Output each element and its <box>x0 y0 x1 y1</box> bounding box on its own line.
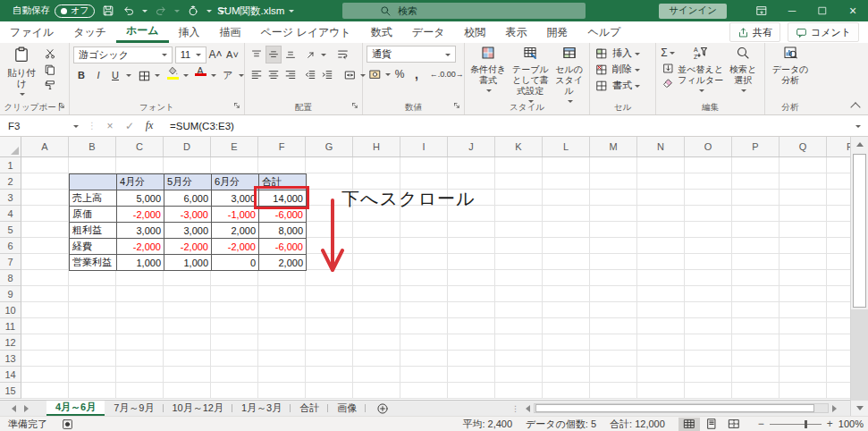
page-layout-view-icon[interactable] <box>701 418 722 431</box>
new-sheet-button[interactable] <box>376 401 389 416</box>
scroll-right-icon[interactable] <box>832 405 840 412</box>
table-cell[interactable]: -1,000 <box>212 207 259 223</box>
autosum-button[interactable]: Σ <box>660 46 676 60</box>
increase-indent-icon[interactable] <box>319 66 335 84</box>
table-cell[interactable]: -2,000 <box>212 239 259 255</box>
scroll-down-icon[interactable] <box>851 401 868 416</box>
table-cell[interactable]: 0 <box>212 255 259 271</box>
table-cell[interactable]: 3,000 <box>164 223 212 239</box>
ribbon-tab-表示[interactable]: 表示 <box>495 21 536 43</box>
table-row-label[interactable]: 原価 <box>70 207 117 223</box>
ribbon-tab-開発[interactable]: 開発 <box>536 21 577 43</box>
grow-font-button[interactable]: A˄ <box>207 46 223 63</box>
table-cell[interactable]: 1,000 <box>117 255 164 271</box>
vertical-scroll-thumb[interactable] <box>853 154 866 308</box>
scroll-up-icon[interactable] <box>851 137 868 152</box>
row-header-11[interactable]: 11 <box>0 318 21 334</box>
name-box[interactable]: F3 <box>0 115 84 136</box>
column-header-L[interactable]: L <box>543 137 590 156</box>
insert-cells-icon[interactable] <box>594 46 610 61</box>
table-cell[interactable]: 6,000 <box>164 190 212 207</box>
zoom-in-button[interactable]: + <box>827 418 833 430</box>
ribbon-display-options-icon[interactable] <box>746 0 777 21</box>
wrap-text-icon[interactable] <box>334 46 350 63</box>
table-header-cell[interactable]: 5月分 <box>164 174 212 190</box>
insert-function-icon[interactable]: fx <box>139 119 159 132</box>
zoom-out-button[interactable]: − <box>758 418 764 430</box>
align-bottom-icon[interactable] <box>282 46 299 63</box>
normal-view-icon[interactable] <box>678 418 700 431</box>
borders-icon[interactable] <box>136 66 152 84</box>
sort-filter-button[interactable]: AZ 並べ替えとフィルター <box>678 46 723 93</box>
accounting-format-icon[interactable] <box>367 65 383 83</box>
phonetic-button[interactable]: ア <box>220 66 236 84</box>
close-button[interactable]: × <box>838 0 868 21</box>
sheet-tab-合計[interactable]: 合計 <box>291 401 328 416</box>
paste-button[interactable]: 貼り付け <box>4 46 39 97</box>
zoom-slider-thumb[interactable] <box>805 420 807 428</box>
fill-color-button[interactable] <box>164 66 181 84</box>
ribbon-tab-挿入[interactable]: 挿入 <box>169 21 210 43</box>
table-cell[interactable]: -6,000 <box>259 239 307 255</box>
row-header-8[interactable]: 8 <box>0 270 21 286</box>
table-cell[interactable]: -2,000 <box>117 239 164 255</box>
sheet-tab-画像[interactable]: 画像 <box>328 401 366 416</box>
row-header-1[interactable]: 1 <box>0 157 21 173</box>
zoom-level[interactable]: 100% <box>839 418 864 429</box>
comments-button[interactable]: コメント <box>788 22 859 42</box>
row-header-5[interactable]: 5 <box>0 222 21 238</box>
column-header-N[interactable]: N <box>637 137 685 156</box>
format-as-table-button[interactable]: テーブルとして書式設定 <box>508 46 552 104</box>
font-name-combo[interactable]: 游ゴシック <box>73 46 173 63</box>
table-header-cell[interactable]: 6月分 <box>212 174 259 190</box>
number-format-combo[interactable]: 通貨 <box>367 46 456 63</box>
ribbon-tab-数式[interactable]: 数式 <box>361 21 402 43</box>
comma-style-button[interactable]: , <box>409 65 425 83</box>
autosave-toggle[interactable]: 自動保存 オフ <box>13 4 95 18</box>
column-header-D[interactable]: D <box>164 137 211 156</box>
cancel-formula-icon[interactable]: × <box>100 120 120 132</box>
table-row-label[interactable]: 営業利益 <box>70 255 117 271</box>
decrease-indent-icon[interactable] <box>302 66 318 84</box>
next-sheet-icon[interactable] <box>24 405 32 412</box>
select-all-corner[interactable] <box>0 137 21 157</box>
column-header-J[interactable]: J <box>448 137 495 156</box>
column-header-A[interactable]: A <box>21 137 69 156</box>
undo-icon[interactable] <box>122 3 136 19</box>
vertical-scrollbar[interactable] <box>850 137 868 416</box>
table-cell[interactable]: 3,000 <box>212 190 259 207</box>
sheet-tab-1月～3月[interactable]: 1月～3月 <box>232 401 291 416</box>
table-header-cell[interactable] <box>70 174 117 190</box>
sheet-tab-4月～6月[interactable]: 4月～6月 <box>46 401 105 416</box>
maximize-button[interactable] <box>807 0 838 21</box>
clipboard-dialog-launcher-icon[interactable] <box>58 102 67 113</box>
number-dialog-launcher-icon[interactable] <box>453 102 462 113</box>
delete-cells-icon[interactable] <box>594 62 610 77</box>
increase-decimal-button[interactable]: ←.0 <box>429 65 445 83</box>
row-header-13[interactable]: 13 <box>0 351 21 367</box>
analyze-data-button[interactable]: データの分析 <box>770 46 811 86</box>
scrollbar-resize-handle[interactable]: ⋮ <box>511 404 518 413</box>
column-header-Q[interactable]: Q <box>780 137 827 156</box>
save-icon[interactable] <box>101 3 115 19</box>
table-row-label[interactable]: 経費 <box>70 239 117 255</box>
horizontal-scroll-thumb[interactable] <box>535 404 814 412</box>
scroll-left-icon[interactable] <box>522 405 530 412</box>
cut-icon[interactable] <box>42 46 58 61</box>
font-color-button[interactable]: A <box>192 66 208 84</box>
row-header-3[interactable]: 3 <box>0 190 21 206</box>
merge-center-icon[interactable] <box>341 66 358 84</box>
row-header-7[interactable]: 7 <box>0 254 21 270</box>
signin-button[interactable]: サインイン <box>659 4 727 19</box>
conditional-formatting-button[interactable]: 条件付き書式 <box>468 46 508 104</box>
alignment-dialog-launcher-icon[interactable] <box>351 102 360 113</box>
ribbon-tab-タッチ[interactable]: タッチ <box>63 21 116 43</box>
align-center-icon[interactable] <box>265 66 282 84</box>
collapse-ribbon-icon[interactable] <box>850 102 860 112</box>
row-header-6[interactable]: 6 <box>0 238 21 254</box>
table-cell[interactable]: 2,000 <box>259 255 307 271</box>
table-header-cell[interactable]: 4月分 <box>117 174 164 190</box>
share-button[interactable]: 共有 <box>729 22 780 42</box>
find-select-button[interactable]: 検索と選択 <box>725 46 761 93</box>
ribbon-tab-校閲[interactable]: 校閲 <box>454 21 495 43</box>
